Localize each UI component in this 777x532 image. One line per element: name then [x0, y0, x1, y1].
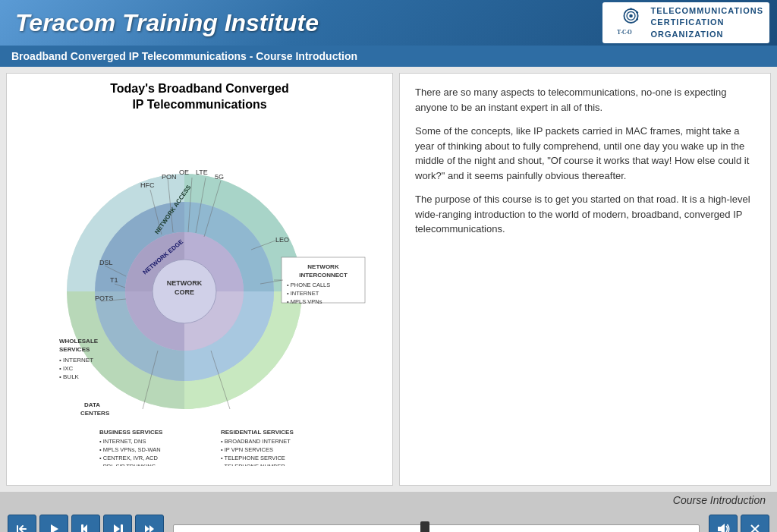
course-label: Course Introduction [673, 494, 766, 506]
course-label-bar: Course Introduction [0, 492, 777, 508]
progress-thumb[interactable] [420, 521, 429, 533]
svg-text:• PRI, SIP TRUNKING: • PRI, SIP TRUNKING [99, 463, 156, 466]
svg-text:• TELEPHONE SERVICE: • TELEPHONE SERVICE [221, 455, 285, 461]
paragraph-3: The purpose of this course is to get you… [415, 192, 755, 237]
svg-text:BUSINESS SERVICES: BUSINESS SERVICES [99, 429, 163, 436]
volume-button[interactable] [709, 515, 738, 533]
footer-controls [0, 508, 777, 532]
main-content: Today's Broadband Converged IP Telecommu… [0, 67, 777, 492]
svg-marker-68 [145, 525, 149, 533]
next-frame-icon [112, 523, 124, 533]
play-icon [48, 523, 60, 533]
fast-forward-icon [143, 523, 156, 533]
logo-area: T·C·O TELECOMMUNICATIONS CERTIFICATION O… [602, 2, 769, 43]
svg-text:NETWORK: NETWORK [307, 263, 339, 270]
svg-rect-65 [81, 524, 83, 533]
svg-text:CORE: CORE [175, 288, 194, 296]
svg-text:T1: T1 [110, 276, 118, 284]
svg-text:INTERCONNECT: INTERCONNECT [299, 272, 348, 279]
svg-text:• MPLS VPNs, SD-WAN: • MPLS VPNs, SD-WAN [99, 446, 161, 453]
svg-text:OE: OE [179, 168, 189, 176]
svg-point-2 [630, 14, 634, 18]
next-frame-button[interactable] [103, 515, 132, 533]
svg-text:LTE: LTE [196, 168, 208, 176]
logo-org: ORGANIZATION [650, 29, 763, 40]
svg-text:PON: PON [162, 173, 177, 181]
svg-text:HFC: HFC [140, 181, 155, 189]
svg-text:• IP VPN SERVICES: • IP VPN SERVICES [221, 446, 273, 453]
svg-text:DSL: DSL [99, 259, 113, 266]
tco-icon: T·C·O [609, 8, 646, 38]
volume-icon [716, 522, 730, 533]
svg-text:WHOLESALE: WHOLESALE [59, 338, 99, 345]
tco-logo: T·C·O [609, 8, 646, 38]
svg-text:• INTERNET: • INTERNET [59, 357, 93, 364]
svg-marker-70 [718, 524, 725, 533]
paragraph-1: There are so many aspects to telecommuni… [415, 85, 755, 115]
svg-point-5 [637, 18, 639, 20]
close-button[interactable] [741, 515, 769, 533]
logo-text: TELECOMMUNICATIONS CERTIFICATION ORGANIZ… [650, 5, 763, 40]
svg-marker-63 [51, 524, 58, 533]
diagram-panel: Today's Broadband Converged IP Telecommu… [6, 73, 393, 486]
svg-marker-66 [114, 524, 120, 533]
svg-text:• BROADBAND INTERNET: • BROADBAND INTERNET [221, 438, 291, 445]
svg-text:SERVICES: SERVICES [59, 346, 90, 353]
logo-cert: CERTIFICATION [650, 17, 763, 28]
svg-text:• CENTREX, IVR, ACD: • CENTREX, IVR, ACD [99, 455, 158, 461]
prev-button[interactable] [71, 515, 100, 533]
logo-telecom: TELECOMMUNICATIONS [650, 5, 763, 17]
fast-forward-button[interactable] [135, 515, 164, 533]
svg-rect-67 [121, 524, 123, 533]
subtitle-text: Broadband Converged IP Telecommunication… [11, 50, 357, 62]
svg-text:• BULK: • BULK [59, 373, 80, 380]
svg-text:NETWORK: NETWORK [167, 279, 203, 287]
text-panel: There are so many aspects to telecommuni… [399, 73, 771, 486]
svg-text:LEO: LEO [275, 236, 289, 244]
play-button[interactable] [39, 515, 68, 533]
diagram-title: Today's Broadband Converged IP Telecommu… [14, 81, 385, 113]
svg-text:• INTERNET, DNS: • INTERNET, DNS [99, 438, 146, 445]
svg-text:CENTERS: CENTERS [80, 410, 110, 417]
svg-marker-69 [149, 525, 154, 533]
app-title: Teracom Training Institute [15, 9, 319, 37]
header: Teracom Training Institute T·C·O TELECOM… [0, 0, 777, 46]
svg-rect-62 [17, 525, 18, 533]
back-button[interactable] [8, 515, 36, 533]
svg-point-4 [637, 11, 639, 14]
svg-text:T·C·O: T·C·O [618, 30, 633, 36]
svg-text:• PHONE CALLS: • PHONE CALLS [287, 282, 330, 288]
svg-text:RESIDENTIAL SERVICES: RESIDENTIAL SERVICES [221, 429, 294, 436]
svg-point-3 [631, 8, 633, 10]
subtitle-bar: Broadband Converged IP Telecommunication… [0, 46, 777, 67]
svg-text:• IXC: • IXC [59, 365, 74, 372]
back-icon [15, 522, 29, 533]
svg-text:• INTERNET: • INTERNET [287, 290, 319, 297]
telecom-diagram: NETWORK CORE NETWORK EDGE NETWORK ACCESS… [17, 117, 382, 466]
svg-text:DATA: DATA [84, 401, 100, 408]
svg-text:5G: 5G [215, 173, 224, 181]
svg-text:• TELEPHONE NUMBER: • TELEPHONE NUMBER [221, 463, 285, 466]
paragraph-2: Some of the concepts, like IP packets ca… [415, 124, 755, 183]
svg-text:• MPLS VPNs: • MPLS VPNs [287, 298, 322, 305]
prev-icon [80, 523, 92, 533]
progress-bar[interactable] [173, 524, 700, 533]
close-icon [750, 524, 760, 533]
